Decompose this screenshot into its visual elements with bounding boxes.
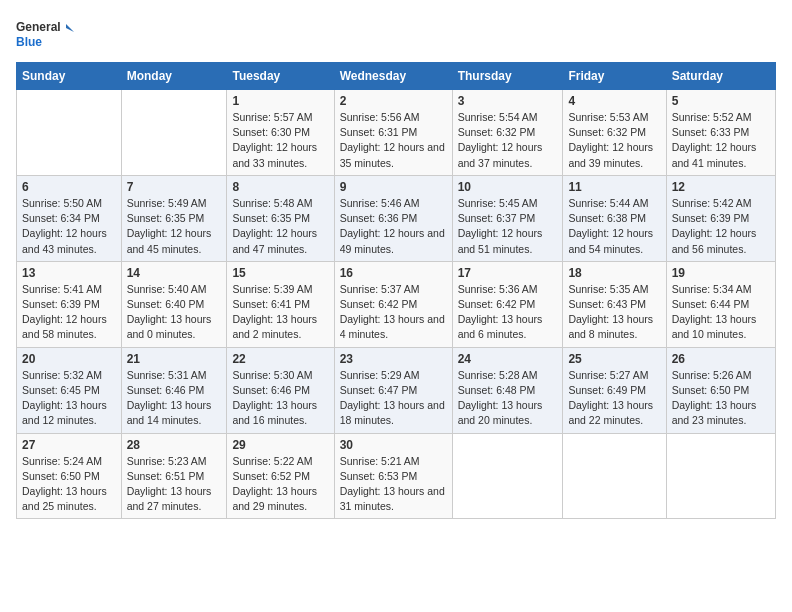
calendar-cell: 22Sunrise: 5:30 AM Sunset: 6:46 PM Dayli… — [227, 347, 334, 433]
day-info: Sunrise: 5:44 AM Sunset: 6:38 PM Dayligh… — [568, 196, 660, 257]
day-number: 30 — [340, 438, 447, 452]
day-info: Sunrise: 5:53 AM Sunset: 6:32 PM Dayligh… — [568, 110, 660, 171]
day-number: 21 — [127, 352, 222, 366]
calendar-cell: 6Sunrise: 5:50 AM Sunset: 6:34 PM Daylig… — [17, 175, 122, 261]
calendar-cell: 11Sunrise: 5:44 AM Sunset: 6:38 PM Dayli… — [563, 175, 666, 261]
day-info: Sunrise: 5:27 AM Sunset: 6:49 PM Dayligh… — [568, 368, 660, 429]
calendar-cell: 16Sunrise: 5:37 AM Sunset: 6:42 PM Dayli… — [334, 261, 452, 347]
day-number: 4 — [568, 94, 660, 108]
day-number: 3 — [458, 94, 558, 108]
day-number: 11 — [568, 180, 660, 194]
column-header-friday: Friday — [563, 63, 666, 90]
calendar-cell: 10Sunrise: 5:45 AM Sunset: 6:37 PM Dayli… — [452, 175, 563, 261]
day-info: Sunrise: 5:39 AM Sunset: 6:41 PM Dayligh… — [232, 282, 328, 343]
day-number: 7 — [127, 180, 222, 194]
calendar-cell: 26Sunrise: 5:26 AM Sunset: 6:50 PM Dayli… — [666, 347, 775, 433]
calendar-cell: 18Sunrise: 5:35 AM Sunset: 6:43 PM Dayli… — [563, 261, 666, 347]
day-number: 26 — [672, 352, 770, 366]
calendar-week-5: 27Sunrise: 5:24 AM Sunset: 6:50 PM Dayli… — [17, 433, 776, 519]
day-info: Sunrise: 5:34 AM Sunset: 6:44 PM Dayligh… — [672, 282, 770, 343]
day-number: 29 — [232, 438, 328, 452]
calendar-cell: 7Sunrise: 5:49 AM Sunset: 6:35 PM Daylig… — [121, 175, 227, 261]
day-info: Sunrise: 5:23 AM Sunset: 6:51 PM Dayligh… — [127, 454, 222, 515]
calendar-cell: 1Sunrise: 5:57 AM Sunset: 6:30 PM Daylig… — [227, 90, 334, 176]
column-header-thursday: Thursday — [452, 63, 563, 90]
column-header-tuesday: Tuesday — [227, 63, 334, 90]
column-header-monday: Monday — [121, 63, 227, 90]
calendar-cell — [563, 433, 666, 519]
svg-text:Blue: Blue — [16, 35, 42, 49]
day-info: Sunrise: 5:45 AM Sunset: 6:37 PM Dayligh… — [458, 196, 558, 257]
day-number: 19 — [672, 266, 770, 280]
day-number: 2 — [340, 94, 447, 108]
day-number: 25 — [568, 352, 660, 366]
header-row: SundayMondayTuesdayWednesdayThursdayFrid… — [17, 63, 776, 90]
day-number: 20 — [22, 352, 116, 366]
day-number: 15 — [232, 266, 328, 280]
calendar-cell: 9Sunrise: 5:46 AM Sunset: 6:36 PM Daylig… — [334, 175, 452, 261]
calendar-cell: 14Sunrise: 5:40 AM Sunset: 6:40 PM Dayli… — [121, 261, 227, 347]
day-info: Sunrise: 5:29 AM Sunset: 6:47 PM Dayligh… — [340, 368, 447, 429]
calendar-cell: 21Sunrise: 5:31 AM Sunset: 6:46 PM Dayli… — [121, 347, 227, 433]
calendar-cell: 23Sunrise: 5:29 AM Sunset: 6:47 PM Dayli… — [334, 347, 452, 433]
svg-text:General: General — [16, 20, 61, 34]
day-number: 10 — [458, 180, 558, 194]
day-info: Sunrise: 5:35 AM Sunset: 6:43 PM Dayligh… — [568, 282, 660, 343]
logo-svg: General Blue — [16, 16, 76, 52]
day-info: Sunrise: 5:22 AM Sunset: 6:52 PM Dayligh… — [232, 454, 328, 515]
day-info: Sunrise: 5:54 AM Sunset: 6:32 PM Dayligh… — [458, 110, 558, 171]
day-info: Sunrise: 5:32 AM Sunset: 6:45 PM Dayligh… — [22, 368, 116, 429]
day-info: Sunrise: 5:42 AM Sunset: 6:39 PM Dayligh… — [672, 196, 770, 257]
day-info: Sunrise: 5:46 AM Sunset: 6:36 PM Dayligh… — [340, 196, 447, 257]
day-number: 1 — [232, 94, 328, 108]
logo: General Blue — [16, 16, 76, 52]
calendar-cell: 20Sunrise: 5:32 AM Sunset: 6:45 PM Dayli… — [17, 347, 122, 433]
day-info: Sunrise: 5:48 AM Sunset: 6:35 PM Dayligh… — [232, 196, 328, 257]
calendar-cell — [452, 433, 563, 519]
day-number: 27 — [22, 438, 116, 452]
day-info: Sunrise: 5:52 AM Sunset: 6:33 PM Dayligh… — [672, 110, 770, 171]
day-info: Sunrise: 5:30 AM Sunset: 6:46 PM Dayligh… — [232, 368, 328, 429]
calendar-cell: 2Sunrise: 5:56 AM Sunset: 6:31 PM Daylig… — [334, 90, 452, 176]
calendar-cell — [121, 90, 227, 176]
calendar-cell: 25Sunrise: 5:27 AM Sunset: 6:49 PM Dayli… — [563, 347, 666, 433]
calendar-cell: 27Sunrise: 5:24 AM Sunset: 6:50 PM Dayli… — [17, 433, 122, 519]
day-number: 12 — [672, 180, 770, 194]
day-info: Sunrise: 5:31 AM Sunset: 6:46 PM Dayligh… — [127, 368, 222, 429]
calendar-cell: 17Sunrise: 5:36 AM Sunset: 6:42 PM Dayli… — [452, 261, 563, 347]
calendar-cell: 13Sunrise: 5:41 AM Sunset: 6:39 PM Dayli… — [17, 261, 122, 347]
day-info: Sunrise: 5:57 AM Sunset: 6:30 PM Dayligh… — [232, 110, 328, 171]
calendar-cell: 12Sunrise: 5:42 AM Sunset: 6:39 PM Dayli… — [666, 175, 775, 261]
calendar-cell: 15Sunrise: 5:39 AM Sunset: 6:41 PM Dayli… — [227, 261, 334, 347]
day-info: Sunrise: 5:40 AM Sunset: 6:40 PM Dayligh… — [127, 282, 222, 343]
calendar-cell: 3Sunrise: 5:54 AM Sunset: 6:32 PM Daylig… — [452, 90, 563, 176]
calendar-cell — [17, 90, 122, 176]
calendar-cell: 5Sunrise: 5:52 AM Sunset: 6:33 PM Daylig… — [666, 90, 775, 176]
day-info: Sunrise: 5:50 AM Sunset: 6:34 PM Dayligh… — [22, 196, 116, 257]
calendar-cell: 8Sunrise: 5:48 AM Sunset: 6:35 PM Daylig… — [227, 175, 334, 261]
calendar-cell: 30Sunrise: 5:21 AM Sunset: 6:53 PM Dayli… — [334, 433, 452, 519]
svg-marker-2 — [66, 24, 74, 32]
day-number: 6 — [22, 180, 116, 194]
calendar-week-3: 13Sunrise: 5:41 AM Sunset: 6:39 PM Dayli… — [17, 261, 776, 347]
calendar-cell: 19Sunrise: 5:34 AM Sunset: 6:44 PM Dayli… — [666, 261, 775, 347]
calendar-cell: 4Sunrise: 5:53 AM Sunset: 6:32 PM Daylig… — [563, 90, 666, 176]
day-info: Sunrise: 5:41 AM Sunset: 6:39 PM Dayligh… — [22, 282, 116, 343]
calendar-cell — [666, 433, 775, 519]
day-number: 13 — [22, 266, 116, 280]
day-info: Sunrise: 5:26 AM Sunset: 6:50 PM Dayligh… — [672, 368, 770, 429]
day-number: 28 — [127, 438, 222, 452]
day-info: Sunrise: 5:49 AM Sunset: 6:35 PM Dayligh… — [127, 196, 222, 257]
day-number: 9 — [340, 180, 447, 194]
day-number: 23 — [340, 352, 447, 366]
column-header-sunday: Sunday — [17, 63, 122, 90]
day-info: Sunrise: 5:21 AM Sunset: 6:53 PM Dayligh… — [340, 454, 447, 515]
calendar-cell: 28Sunrise: 5:23 AM Sunset: 6:51 PM Dayli… — [121, 433, 227, 519]
calendar-cell: 24Sunrise: 5:28 AM Sunset: 6:48 PM Dayli… — [452, 347, 563, 433]
day-number: 22 — [232, 352, 328, 366]
day-number: 17 — [458, 266, 558, 280]
calendar-cell: 29Sunrise: 5:22 AM Sunset: 6:52 PM Dayli… — [227, 433, 334, 519]
calendar-table: SundayMondayTuesdayWednesdayThursdayFrid… — [16, 62, 776, 519]
calendar-week-4: 20Sunrise: 5:32 AM Sunset: 6:45 PM Dayli… — [17, 347, 776, 433]
column-header-saturday: Saturday — [666, 63, 775, 90]
